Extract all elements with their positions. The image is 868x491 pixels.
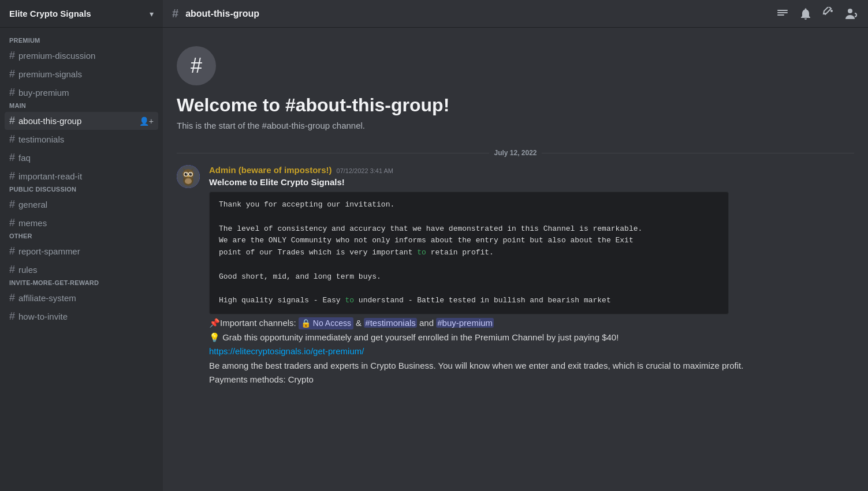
hash-icon: # [9,152,15,164]
topbar-icons [776,7,859,21]
add-member-icon[interactable]: 👤+ [139,117,154,126]
svg-point-1 [848,9,852,13]
category-invite: INVITE-MORE-GET-REWARD [5,279,158,288]
premium-body-text: Be among the best traders and experts in… [209,359,854,373]
channel-welcome-sub: This is the start of the #about-this-gro… [177,121,854,130]
channel-label: how-to-invite [18,312,68,321]
hash-icon: # [9,198,15,211]
code-to-2: to [345,296,354,305]
channel-list: PREMIUM # premium-discussion # premium-s… [0,28,163,328]
channel-label: premium-signals [18,69,82,79]
hash-icon: # [9,245,15,257]
sidebar-item-about-this-group[interactable]: # about-this-group 👤+ [5,112,158,130]
channel-label: affiliate-system [18,293,76,303]
svg-point-11 [186,173,187,174]
channel-label: rules [18,265,38,275]
category-other: OTHER [5,233,158,242]
message-timestamp: 07/12/2022 3:41 AM [337,167,393,174]
sidebar-item-faq[interactable]: # faq [5,149,158,167]
channel-welcome-title: Welcome to #about-this-group! [177,95,854,116]
topbar-hash-icon: # [172,7,178,20]
premium-link-line: https://elitecryptosignals.io/get-premiu… [209,345,854,358]
premium-text: Grab this opportunity immediately and ge… [220,332,619,342]
sidebar: Elite Crypto Signals ▾ PREMIUM # premium… [0,0,163,491]
hash-icon: # [9,292,15,304]
hash-icon: # [9,170,15,182]
hash-icon: # [9,68,15,80]
svg-point-0 [830,10,833,12]
sidebar-item-testimonials[interactable]: # testimonials [5,130,158,148]
hash-icon: # [9,115,15,127]
buy-premium-mention[interactable]: #buy-premium [436,318,494,328]
chevron-down-icon: ▾ [150,9,154,18]
testimonials-mention[interactable]: #testimonials [364,318,417,328]
svg-point-14 [185,178,192,184]
sidebar-item-report-spammer[interactable]: # report-spammer [5,242,158,260]
hash-icon: # [9,264,15,276]
important-channels-line: 📌Important channels: 🔒 No Access & #test… [209,317,854,330]
channel-label: memes [18,218,47,228]
members-icon[interactable] [845,7,859,21]
hash-icon: # [9,87,15,99]
hash-icon: # [9,50,15,62]
avatar [177,165,200,188]
messages-area: # Welcome to #about-this-group! This is … [163,28,868,491]
sidebar-item-buy-premium[interactable]: # buy-premium [5,84,158,102]
bulb-emoji: 💡 [209,332,220,342]
date-divider-text: July 12, 2022 [494,149,537,157]
premium-enroll-line: 💡 Grab this opportunity immediately and … [209,331,854,344]
important-text: Important channels: [220,318,299,328]
notification-settings-icon[interactable] [799,7,813,21]
hash-icon: # [9,217,15,229]
sidebar-item-premium-signals[interactable]: # premium-signals [5,65,158,83]
sidebar-item-important-read-it[interactable]: # important-read-it [5,167,158,185]
category-public-discussion: PUBLIC DISCUSSION [5,186,158,195]
topbar-channel-name: about-this-group [185,9,259,19]
message-bold-line: Welcome to Elite Crypto Signals! [209,177,854,187]
and-text: and [417,318,436,328]
code-to-1: to [417,248,426,257]
server-name: Elite Crypto Signals [9,9,91,18]
ampersand: & [353,318,364,328]
no-access-badge[interactable]: 🔒 No Access [299,317,353,329]
main-content: # about-this-group [163,0,868,491]
sidebar-item-premium-discussion[interactable]: # premium-discussion [5,47,158,65]
premium-link[interactable]: https://elitecryptosignals.io/get-premiu… [209,346,364,356]
sidebar-item-rules[interactable]: # rules [5,261,158,279]
svg-point-12 [191,173,192,174]
date-divider: July 12, 2022 [163,144,868,162]
channel-label: testimonials [18,134,64,144]
channel-label: report-spammer [18,246,80,256]
server-header[interactable]: Elite Crypto Signals ▾ [0,0,163,28]
message-author: Admin (beware of impostors!) [209,165,332,175]
message: Admin (beware of impostors!) 07/12/2022 … [163,163,868,390]
hash-icon: # [9,133,15,145]
svg-point-9 [185,173,188,176]
sidebar-item-how-to-invite[interactable]: # how-to-invite [5,308,158,325]
channel-label: premium-discussion [18,51,95,61]
hash-icon: # [9,310,15,323]
category-main: MAIN [5,102,158,111]
channel-welcome: # Welcome to #about-this-group! This is … [163,37,868,144]
pushpin-emoji: 📌 [209,318,220,328]
category-premium: PREMIUM [5,37,158,46]
threads-icon[interactable] [776,7,789,21]
channel-label: faq [18,153,31,163]
sidebar-item-memes[interactable]: # memes [5,214,158,232]
svg-point-10 [189,173,192,176]
sidebar-item-general[interactable]: # general [5,196,158,213]
payments-text: Payments methods: Crypto [209,373,854,387]
channel-label: important-read-it [18,171,82,181]
message-body: Admin (beware of impostors!) 07/12/2022 … [209,165,854,388]
channel-icon-big: # [177,46,216,85]
channel-label: about-this-group [18,116,81,126]
channel-label: general [18,200,47,209]
message-code-block: Thank you for accepting our invitation. … [209,192,729,314]
pin-icon[interactable] [822,7,836,21]
message-header: Admin (beware of impostors!) 07/12/2022 … [209,165,854,175]
channel-label: buy-premium [18,88,69,98]
sidebar-item-affiliate-system[interactable]: # affiliate-system [5,289,158,307]
topbar: # about-this-group [163,0,868,28]
